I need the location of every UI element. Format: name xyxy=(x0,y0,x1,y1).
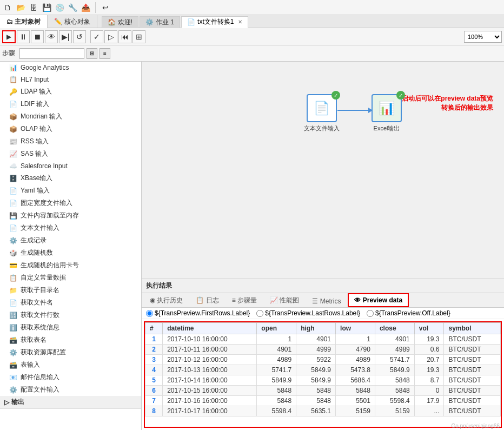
sidebar-item-google-analytics[interactable]: 📊 Google Analytics xyxy=(0,62,141,74)
run-button[interactable]: ▶ xyxy=(2,30,16,43)
sidebar-item-config-file[interactable]: ⚙️ 配置文件输入 xyxy=(0,383,141,396)
undo-btn[interactable]: ↩ xyxy=(100,2,111,13)
table-cell: BTC/USDT xyxy=(444,365,501,375)
sidebar-section-output[interactable]: ▷ 输出 xyxy=(0,396,141,409)
sidebar-item-random-credit[interactable]: 💳 生成随机的信用卡号 xyxy=(0,259,141,272)
sidebar-item-file-content[interactable]: 💾 文件内容加载至内存 xyxy=(0,209,141,222)
table-input-icon: 🗃️ xyxy=(9,361,17,369)
text-file-icon: 📄 xyxy=(9,224,17,233)
col-header-datetime: datetime xyxy=(163,323,257,334)
sidebar-item-rss[interactable]: 📰 RSS 输入 xyxy=(0,135,141,148)
col-header-low: low xyxy=(336,323,375,334)
text-input-node[interactable]: 📄 ✓ 文本文件输入 xyxy=(304,94,340,133)
main-object-tab[interactable]: 🗂 主对象树 xyxy=(0,15,48,28)
sidebar-item-xbase[interactable]: 🗄️ XBase输入 xyxy=(0,172,141,184)
export-btn[interactable]: 📤 xyxy=(80,2,91,13)
col-header-symbol: symbol xyxy=(444,323,501,334)
object-tab-bar: 🗂 主对象树 ✏️ 核心对象 🏠 欢迎! ⚙️ 作业 1 📄 txt文件转换1 … xyxy=(0,15,504,28)
sidebar-item-olap[interactable]: 📦 OLAP 输入 xyxy=(0,123,141,135)
col-header-num: # xyxy=(145,323,163,334)
toolbar-separator xyxy=(95,2,96,13)
open-btn[interactable]: 📂 xyxy=(15,2,26,13)
sidebar-item-random-num[interactable]: 🎲 生成随机数 xyxy=(0,247,141,259)
text-input-check: ✓ xyxy=(331,91,340,100)
step-input[interactable] xyxy=(19,48,84,59)
sidebar-item-hl7[interactable]: 📋 HL7 Input xyxy=(0,74,141,85)
save-all-btn[interactable]: 💿 xyxy=(54,2,65,13)
radio-last-rows[interactable]: ${TransPreview.LastRows.Label} xyxy=(256,309,360,317)
table-cell: 4901 xyxy=(257,345,296,355)
table-cell: 5849.9 xyxy=(296,375,336,386)
sidebar-item-sas[interactable]: 📈 SAS 输入 xyxy=(0,148,141,160)
explore-btn[interactable]: 🗄 xyxy=(28,2,39,13)
run-selected-btn[interactable]: ▷ xyxy=(104,30,117,43)
radio-first-rows[interactable]: ${TransPreview.FirstRows.Label} xyxy=(146,309,250,317)
table-cell: 17.9 xyxy=(414,396,444,406)
table-cell: 5848 xyxy=(257,396,296,406)
sidebar-item-ldap[interactable]: 🔑 LDAP 输入 xyxy=(0,85,141,98)
table-cell: 5635.1 xyxy=(296,406,336,416)
sidebar-item-custom-const[interactable]: 📋 自定义常量数据 xyxy=(0,272,141,284)
sidebar-item-yaml[interactable]: 📄 Yaml 输入 xyxy=(0,184,141,197)
check-btn[interactable]: ✓ xyxy=(90,30,103,43)
radio-row: ${TransPreview.FirstRows.Label} ${TransP… xyxy=(142,308,504,319)
tab-close-btn[interactable]: ✕ xyxy=(238,19,242,25)
sidebar-item-get-filename[interactable]: 📄 获取文件名 xyxy=(0,296,141,309)
olap-icon: 📦 xyxy=(9,125,17,134)
canvas-area[interactable]: 启动后可以在preview data预览 转换后的输出效果 📄 ✓ 文本文件输入… xyxy=(142,62,504,279)
table-cell: 1 xyxy=(145,334,163,345)
align-btn[interactable]: ⊞ xyxy=(132,30,145,43)
sidebar-item-fixed-width[interactable]: 📄 固定宽度文件输入 xyxy=(0,197,141,209)
save-btn[interactable]: 💾 xyxy=(41,2,52,13)
table-cell: 2017-10-11 16:00:00 xyxy=(163,345,257,355)
step-back-btn[interactable]: ⏮ xyxy=(118,30,131,43)
preview-btn[interactable]: 👁 xyxy=(45,30,58,43)
sidebar-item-get-rows[interactable]: 🔢 获取文件行数 xyxy=(0,309,141,321)
tab-execution-history[interactable]: ◉ 执行历史 xyxy=(144,293,189,307)
table-cell: 5849.9 xyxy=(296,365,336,375)
core-object-tab[interactable]: ✏️ 核心对象 xyxy=(48,15,97,28)
sidebar-item-get-subdir[interactable]: 📁 获取子目录名 xyxy=(0,284,141,296)
tab-step-amount[interactable]: ≡ 步骤量 xyxy=(226,293,263,307)
settings-btn[interactable]: 🔧 xyxy=(67,2,78,13)
text-input-box[interactable]: 📄 ✓ xyxy=(307,94,337,122)
stop-button[interactable]: ⏹ xyxy=(31,30,44,43)
tab-txt-convert[interactable]: 📄 txt文件转换1 ✕ xyxy=(181,16,248,28)
sidebar-item-generate-record[interactable]: ⚙️ 生成记录 xyxy=(0,234,141,247)
table-cell: 5159 xyxy=(375,406,414,416)
tab-log[interactable]: 📋 日志 xyxy=(190,293,224,307)
table-header-row: # datetime open high low close vol symbo… xyxy=(145,323,501,334)
radio-off[interactable]: ${TransPreview.Off.Label} xyxy=(367,309,450,317)
table-cell: 5849.9 xyxy=(257,375,296,386)
sidebar-item-get-tablename[interactable]: 🗃️ 获取表名 xyxy=(0,334,141,346)
sidebar-item-text-file[interactable]: 📄 文本文件输入 xyxy=(0,222,141,234)
tab-preview-data[interactable]: 👁 Preview data xyxy=(348,293,409,307)
pause-button[interactable]: ⏸ xyxy=(17,30,30,43)
sidebar-item-get-sysinfo[interactable]: ℹ️ 获取系统信息 xyxy=(0,321,141,334)
sidebar-item-mail-input[interactable]: 📧 邮件信息输入 xyxy=(0,371,141,383)
excel-output-node[interactable]: 📊 ✓ Excel输出 xyxy=(372,94,402,133)
sidebar-item-get-repo-config[interactable]: ⚙️ 获取资源库配置 xyxy=(0,346,141,359)
replay-btn[interactable]: ↺ xyxy=(73,30,86,43)
data-table-container[interactable]: # datetime open high low close vol symbo… xyxy=(144,321,502,428)
play-icon: ▶ xyxy=(6,33,11,41)
tab-welcome[interactable]: 🏠 欢迎! xyxy=(102,16,138,28)
new-btn[interactable]: 🗋 xyxy=(2,2,13,13)
excel-output-box[interactable]: 📊 ✓ xyxy=(372,94,402,122)
tab-performance[interactable]: 📈 性能图 xyxy=(264,293,305,307)
tab-job1[interactable]: ⚙️ 作业 1 xyxy=(140,16,180,28)
debug-btn[interactable]: ▶| xyxy=(59,30,72,43)
tab-metrics[interactable]: ☰ Metrics xyxy=(306,295,347,307)
excel-output-icon: 📊 xyxy=(379,101,395,116)
sidebar-item-mondrian[interactable]: 📦 Mondrian 输入 xyxy=(0,110,141,123)
sidebar-item-table-input[interactable]: 🗃️ 表输入 xyxy=(0,359,141,371)
zoom-select[interactable]: 100% 50% 75% 150% 200% xyxy=(464,31,502,43)
step-grid-btn[interactable]: ⊞ xyxy=(87,48,97,59)
fixed-width-icon: 📄 xyxy=(9,199,17,208)
sidebar-item-salesforce[interactable]: ☁️ Salesforce Input xyxy=(0,160,141,172)
sidebar: 📊 Google Analytics 📋 HL7 Input 🔑 LDAP 输入… xyxy=(0,62,142,430)
table-cell: 4989 xyxy=(336,355,375,365)
step-list-btn[interactable]: ≡ xyxy=(100,48,110,59)
table-cell: 2017-10-13 16:00:00 xyxy=(163,365,257,375)
sidebar-item-ldif[interactable]: 📄 LDIF 输入 xyxy=(0,98,141,110)
